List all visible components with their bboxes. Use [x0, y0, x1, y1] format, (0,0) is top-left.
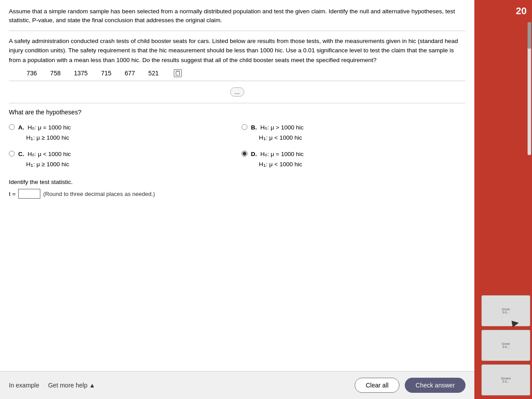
option-A-h0: H₀: μ = 1000 hic	[27, 124, 70, 131]
radio-B[interactable]	[242, 124, 247, 130]
divider2	[9, 103, 466, 103]
radio-C[interactable]	[9, 151, 15, 156]
value-4: 715	[101, 70, 111, 77]
t-value-input[interactable]	[18, 189, 40, 199]
intro-text1: Assume that a simple random sample has b…	[9, 8, 455, 23]
thumbnail-1[interactable]: Scree3-0...	[481, 295, 530, 326]
value-6: 521	[149, 70, 159, 77]
test-stat-input-row: t = (Round to three decimal places as ne…	[9, 189, 466, 199]
hypotheses-label: What are the hypotheses?	[9, 109, 466, 116]
option-A[interactable]: A. H₀: μ = 1000 hic H₁: μ ≥ 1000 hic	[9, 123, 233, 143]
more-btn-row: ...	[9, 84, 466, 100]
check-answer-label: Check answer	[415, 382, 455, 389]
t-equals-label: t =	[9, 191, 16, 197]
option-A-h1: H₁: μ ≥ 1000 hic	[26, 133, 71, 143]
in-example-button[interactable]: In example	[9, 382, 39, 389]
intro-text2: A safety administration conducted crash …	[9, 38, 458, 63]
option-B-label: B. H₀: μ > 1000 hic	[251, 123, 304, 133]
thumb3-text: Screen3-0...	[499, 375, 512, 385]
options-grid: A. H₀: μ = 1000 hic H₁: μ ≥ 1000 hic B. …	[9, 123, 466, 170]
test-stat-label: Identify the test statistic.	[9, 179, 466, 185]
bottom-left: In example Get more help ▲	[9, 382, 95, 389]
svg-rect-1	[177, 70, 179, 72]
scrollbar-thumb[interactable]	[528, 22, 531, 49]
option-C-text: C. H₀: μ < 1000 hic H₁: μ ≥ 1000 hic	[18, 149, 71, 170]
question-area: Assume that a simple random sample has b…	[0, 0, 474, 371]
option-C-label: C. H₀: μ < 1000 hic	[18, 149, 71, 160]
option-B-text: B. H₀: μ > 1000 hic H₁: μ < 1000 hic	[251, 123, 304, 143]
option-C-h1: H₁: μ ≥ 1000 hic	[26, 160, 71, 170]
main-content: Assume that a simple random sample has b…	[0, 0, 474, 399]
intro-paragraph1: Assume that a simple random sample has b…	[9, 7, 466, 31]
thumbnail-3[interactable]: Screen3-0...	[481, 364, 530, 395]
option-D-label: D. H₀: μ = 1000 hic	[251, 149, 304, 160]
side-panel: 20 Scree3-0... Scree3-0... Screen3-0... …	[474, 0, 532, 399]
round-note: (Round to three decimal places as needed…	[43, 191, 155, 197]
value-5: 677	[125, 70, 135, 77]
radio-A[interactable]	[9, 124, 15, 130]
clear-all-button[interactable]: Clear all	[355, 378, 399, 393]
option-C[interactable]: C. H₀: μ < 1000 hic H₁: μ ≥ 1000 hic	[9, 149, 233, 170]
in-example-label: In example	[9, 382, 39, 389]
thumbnail-2[interactable]: Scree3-0...	[481, 330, 530, 361]
bottom-bar: In example Get more help ▲ Clear all Che…	[0, 371, 474, 399]
option-B-h1: H₁: μ < 1000 hic	[259, 133, 304, 143]
more-btn-label: ...	[235, 89, 240, 95]
option-B[interactable]: B. H₀: μ > 1000 hic H₁: μ < 1000 hic	[242, 123, 466, 143]
value-1: 736	[27, 70, 37, 77]
bottom-right: Clear all Check answer	[355, 378, 466, 393]
value-2: 758	[50, 70, 60, 77]
option-C-h0: H₀: μ < 1000 hic	[27, 151, 70, 157]
option-D[interactable]: D. H₀: μ = 1000 hic H₁: μ < 1000 hic	[242, 149, 466, 170]
option-A-label: A. H₀: μ = 1000 hic	[18, 123, 71, 133]
option-D-h1: H₁: μ < 1000 hic	[259, 160, 304, 170]
thumb1-text: Scree3-0...	[500, 306, 512, 316]
divider1	[9, 81, 466, 81]
option-B-h0: H₀: μ > 1000 hic	[260, 124, 303, 131]
thumb2-text: Scree3-0...	[500, 340, 512, 350]
data-values-row: 736 758 1375 715 677 521	[27, 69, 466, 77]
test-stat-section: Identify the test statistic. t = (Round …	[9, 179, 466, 199]
more-options-button[interactable]: ...	[230, 87, 245, 97]
option-A-text: A. H₀: μ = 1000 hic H₁: μ ≥ 1000 hic	[18, 123, 71, 143]
option-D-text: D. H₀: μ = 1000 hic H₁: μ < 1000 hic	[251, 149, 304, 170]
radio-D[interactable]	[242, 151, 247, 156]
get-more-help-button[interactable]: Get more help ▲	[48, 382, 95, 389]
problem-paragraph: A safety administration conducted crash …	[9, 36, 466, 65]
check-answer-button[interactable]: Check answer	[405, 378, 466, 393]
value-3: 1375	[74, 70, 88, 77]
side-panel-number: 20	[512, 4, 530, 19]
clipboard-icon[interactable]	[174, 69, 182, 77]
clear-all-label: Clear all	[366, 382, 388, 389]
scrollbar-area[interactable]	[528, 22, 531, 155]
option-D-h0: H₀: μ = 1000 hic	[260, 151, 303, 157]
get-more-help-label: Get more help ▲	[48, 382, 95, 389]
